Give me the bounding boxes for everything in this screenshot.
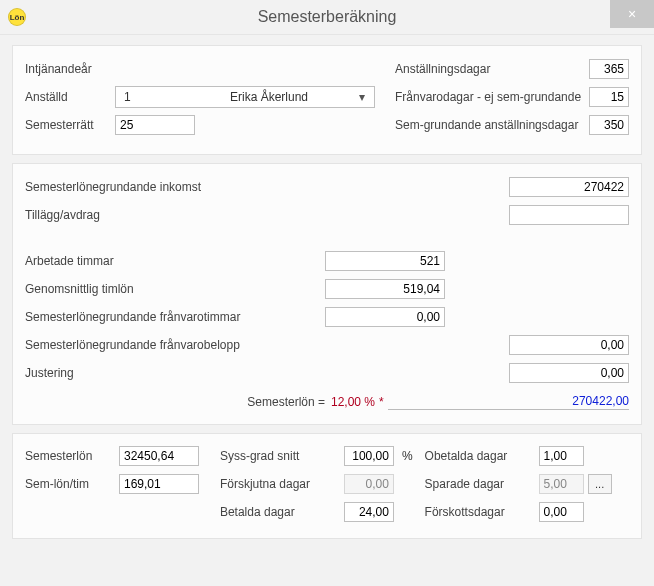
input-franvarodagar[interactable] bbox=[589, 87, 629, 107]
label-anstallningsdagar: Anställningsdagar bbox=[395, 62, 589, 76]
chevron-down-icon: ▾ bbox=[354, 90, 370, 104]
dropdown-anstalld[interactable]: 1 Erika Åkerlund ▾ bbox=[115, 86, 375, 108]
label-semgr-anst: Sem-grundande anställningsdagar bbox=[395, 118, 589, 132]
input-forskjutna bbox=[344, 474, 394, 494]
value-calc-pct: 12,00 % bbox=[331, 395, 375, 409]
input-semgr-anst[interactable] bbox=[589, 115, 629, 135]
close-button[interactable]: × bbox=[610, 0, 654, 28]
close-icon: × bbox=[628, 6, 636, 22]
label-justering: Justering bbox=[25, 366, 325, 380]
panel-middle: Semesterlönegrundande inkomst Tillägg/av… bbox=[12, 163, 642, 425]
label-franvarotim: Semesterlönegrundande frånvarotimmar bbox=[25, 310, 325, 324]
value-calc-star: * bbox=[379, 395, 384, 409]
label-percent-sign: % bbox=[402, 449, 413, 463]
label-intjanandear: Intjänandeår bbox=[25, 62, 115, 76]
label-betalda: Betalda dagar bbox=[220, 505, 340, 519]
label-syssgrad: Syss-grad snitt bbox=[220, 449, 340, 463]
label-anstalld: Anställd bbox=[25, 90, 115, 104]
input-semesterlon[interactable] bbox=[119, 446, 199, 466]
input-forskotts[interactable] bbox=[539, 502, 584, 522]
label-semlontim: Sem-lön/tim bbox=[25, 477, 115, 491]
calc-row: Semesterlön = 12,00 % * 270422,00 bbox=[25, 394, 629, 410]
input-syssgrad[interactable] bbox=[344, 446, 394, 466]
dropdown-anstalld-name: Erika Åkerlund bbox=[184, 90, 354, 104]
panel-top: Intjänandeår Anställd 1 Erika Åkerlund ▾… bbox=[12, 45, 642, 155]
label-franvarobel: Semesterlönegrundande frånvarobelopp bbox=[25, 338, 325, 352]
label-arbetade: Arbetade timmar bbox=[25, 254, 325, 268]
label-semesterlon-calc: Semesterlön = bbox=[25, 395, 331, 409]
label-semesterlon: Semesterlön bbox=[25, 449, 115, 463]
label-sparade: Sparade dagar bbox=[425, 477, 535, 491]
panel-bottom: Semesterlön Sem-lön/tim Syss-grad snitt … bbox=[12, 433, 642, 539]
input-sparade bbox=[539, 474, 584, 494]
input-justering[interactable] bbox=[509, 363, 629, 383]
window-title: Semesterberäkning bbox=[0, 8, 654, 26]
label-tillagg: Tillägg/avdrag bbox=[25, 208, 325, 222]
dropdown-anstalld-id: 1 bbox=[124, 90, 184, 104]
app-icon: Lön bbox=[8, 8, 26, 26]
input-semesterratt[interactable] bbox=[115, 115, 195, 135]
label-semesterratt: Semesterrätt bbox=[25, 118, 115, 132]
label-obetalda: Obetalda dagar bbox=[425, 449, 535, 463]
input-tillagg[interactable] bbox=[509, 205, 629, 225]
label-forskotts: Förskottsdagar bbox=[425, 505, 535, 519]
input-arbetade[interactable] bbox=[325, 251, 445, 271]
button-sparade-more[interactable]: ... bbox=[588, 474, 612, 494]
input-snittlon[interactable] bbox=[325, 279, 445, 299]
input-obetalda[interactable] bbox=[539, 446, 584, 466]
input-anstallningsdagar[interactable] bbox=[589, 59, 629, 79]
client-area: Intjänandeår Anställd 1 Erika Åkerlund ▾… bbox=[0, 35, 654, 557]
input-betalda[interactable] bbox=[344, 502, 394, 522]
label-forskjutna: Förskjutna dagar bbox=[220, 477, 340, 491]
label-snittlon: Genomsnittlig timlön bbox=[25, 282, 325, 296]
input-franvarotim[interactable] bbox=[325, 307, 445, 327]
label-sloneg-inkomst: Semesterlönegrundande inkomst bbox=[25, 180, 325, 194]
titlebar: Lön Semesterberäkning × bbox=[0, 0, 654, 35]
value-calc-result: 270422,00 bbox=[388, 394, 629, 410]
input-franvarobel[interactable] bbox=[509, 335, 629, 355]
input-semlontim[interactable] bbox=[119, 474, 199, 494]
label-franvarodagar: Frånvarodagar - ej sem-grundande bbox=[395, 90, 589, 104]
input-sloneg-inkomst[interactable] bbox=[509, 177, 629, 197]
window-root: Lön Semesterberäkning × Intjänandeår Ans… bbox=[0, 0, 654, 586]
